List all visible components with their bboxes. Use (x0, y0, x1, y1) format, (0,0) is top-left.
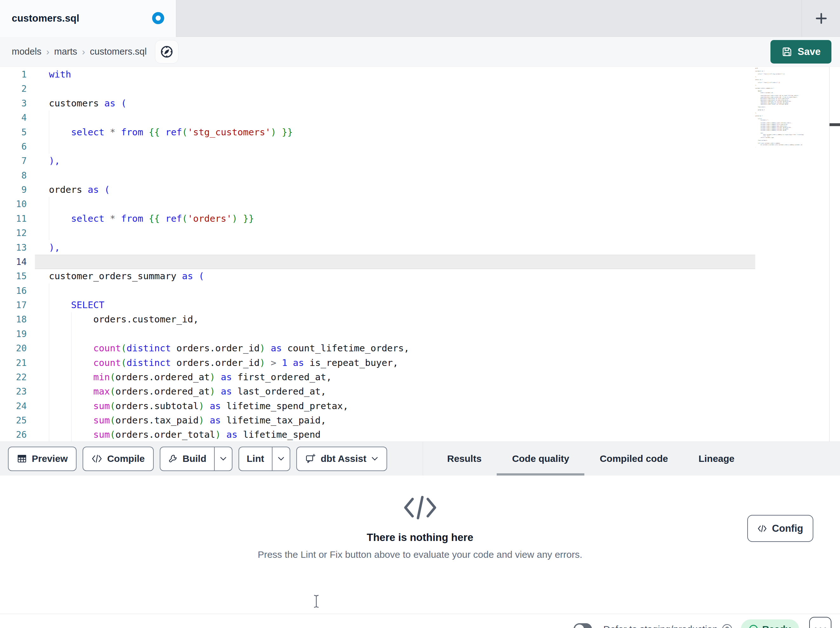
line-number[interactable]: 5 (0, 125, 35, 139)
line-number[interactable]: 2 (0, 82, 35, 96)
chevron-down-icon (371, 456, 378, 461)
text-cursor-pointer (313, 595, 320, 609)
code-icon (758, 524, 767, 533)
breadcrumb-item[interactable]: customers.sql (90, 46, 147, 57)
code-line[interactable]: 20 count(distinct orders.order_id) as co… (0, 341, 840, 356)
code-line[interactable]: 4 (0, 111, 840, 125)
code-line[interactable]: 8 (0, 168, 840, 183)
more-options-button[interactable] (809, 617, 831, 628)
line-number[interactable]: 17 (0, 298, 35, 312)
line-number[interactable]: 9 (0, 183, 35, 197)
line-number[interactable]: 1 (0, 67, 35, 82)
code-text (35, 327, 49, 341)
code-line[interactable]: 5 select * from {{ ref('stg_customers') … (0, 125, 840, 139)
code-text: min(orders.ordered_at) as first_ordered_… (35, 370, 332, 384)
code-editor[interactable]: 1with23customers as (45 select * from {{… (0, 67, 840, 441)
save-button[interactable]: Save (771, 40, 831, 63)
dbt-assist-button[interactable]: dbt Assist (296, 447, 387, 471)
line-number[interactable]: 25 (0, 413, 35, 427)
code-line[interactable]: 3customers as ( (0, 96, 840, 111)
line-number[interactable]: 24 (0, 399, 35, 413)
tab-bar-divider (802, 0, 802, 36)
code-line[interactable]: 14 (0, 255, 840, 269)
code-line[interactable]: 10 (0, 197, 840, 211)
code-line[interactable]: 2 (0, 82, 840, 96)
build-dropdown-button[interactable] (214, 447, 232, 470)
ready-circle-icon (749, 625, 758, 628)
breadcrumb-item[interactable]: models (12, 46, 42, 57)
code-quality-panel: There is nothing here Press the Lint or … (0, 493, 840, 614)
help-icon[interactable]: ? (722, 624, 732, 628)
line-number[interactable]: 10 (0, 197, 35, 211)
code-line[interactable]: 15customer_orders_summary as ( (0, 269, 840, 283)
line-number[interactable]: 15 (0, 269, 35, 283)
editor-minimap[interactable]: with customers as ( select * from {{ ref… (755, 67, 829, 147)
line-number[interactable]: 13 (0, 240, 35, 255)
code-line[interactable]: 12 (0, 226, 840, 240)
line-number[interactable]: 23 (0, 384, 35, 399)
code-line[interactable]: 1with (0, 67, 840, 82)
line-number[interactable]: 16 (0, 284, 35, 298)
tab-results[interactable]: Results (432, 442, 497, 476)
tab-compiled-code[interactable]: Compiled code (584, 442, 683, 476)
tab-code-quality[interactable]: Code quality (497, 442, 584, 476)
code-text: SELECT (35, 298, 104, 312)
line-number[interactable]: 7 (0, 154, 35, 168)
chevron-down-icon (278, 456, 284, 461)
lint-dropdown-button[interactable] (272, 447, 290, 470)
code-line[interactable]: 7), (0, 154, 840, 168)
line-number[interactable]: 12 (0, 226, 35, 240)
preview-button[interactable]: Preview (8, 447, 77, 471)
plus-icon (814, 11, 828, 25)
code-line[interactable]: 21 count(distinct orders.order_id) > 1 a… (0, 356, 840, 370)
save-button-label: Save (798, 46, 821, 57)
line-number[interactable]: 14 (0, 255, 35, 269)
scrollbar-thumb[interactable] (829, 123, 840, 126)
lint-label: Lint (247, 453, 264, 464)
code-line[interactable]: 19 (0, 327, 840, 341)
code-line[interactable]: 24 sum(orders.subtotal) as lifetime_spen… (0, 399, 840, 413)
code-text: orders as ( (35, 183, 110, 197)
code-line[interactable]: 16 (0, 284, 840, 298)
code-line[interactable]: 6 (0, 139, 840, 154)
code-text: customers as ( (35, 96, 126, 111)
code-text: sum(orders.subtotal) as lifetime_spend_p… (35, 399, 348, 413)
tab-lineage[interactable]: Lineage (683, 442, 750, 476)
code-line[interactable]: 22 min(orders.ordered_at) as first_order… (0, 370, 840, 384)
line-number[interactable]: 18 (0, 312, 35, 327)
code-text (35, 226, 49, 240)
config-button[interactable]: Config (747, 515, 813, 542)
defer-toggle[interactable] (573, 623, 592, 628)
line-number[interactable]: 8 (0, 168, 35, 183)
code-text (35, 111, 49, 125)
code-icon (92, 454, 102, 463)
line-number[interactable]: 11 (0, 212, 35, 226)
build-button[interactable]: Build (160, 447, 214, 470)
code-line[interactable]: 9orders as ( (0, 183, 840, 197)
code-line[interactable]: 23 max(orders.ordered_at) as last_ordere… (0, 384, 840, 399)
line-number[interactable]: 3 (0, 96, 35, 111)
line-number[interactable]: 21 (0, 356, 35, 370)
line-number[interactable]: 26 (0, 427, 35, 441)
line-number[interactable]: 6 (0, 139, 35, 154)
status-badge: Ready (741, 619, 799, 628)
code-line[interactable]: 25 sum(orders.tax_paid) as lifetime_tax_… (0, 413, 840, 427)
code-line[interactable]: 17 SELECT (0, 298, 840, 312)
line-number[interactable]: 4 (0, 111, 35, 125)
line-number[interactable]: 22 (0, 370, 35, 384)
editor-scrollbar-track[interactable] (829, 67, 840, 441)
line-number[interactable]: 20 (0, 341, 35, 356)
code-line[interactable]: 11 select * from {{ ref('orders') }} (0, 212, 840, 226)
compile-button[interactable]: Compile (82, 447, 153, 471)
editor-toolbar: Preview Compile Build Lint dbt (0, 441, 840, 476)
code-line[interactable]: 18 orders.customer_id, (0, 312, 840, 327)
unsaved-changes-dot-icon (152, 12, 164, 24)
breadcrumb-item[interactable]: marts (54, 46, 77, 57)
explore-lineage-button[interactable] (155, 40, 178, 63)
code-line[interactable]: 13), (0, 240, 840, 255)
file-tab-customers-sql[interactable]: customers.sql (0, 0, 176, 37)
code-line[interactable]: 26 sum(orders.order_total) as lifetime_s… (0, 427, 840, 441)
lint-button[interactable]: Lint (239, 447, 272, 470)
line-number[interactable]: 19 (0, 327, 35, 341)
new-tab-button[interactable] (812, 9, 830, 27)
